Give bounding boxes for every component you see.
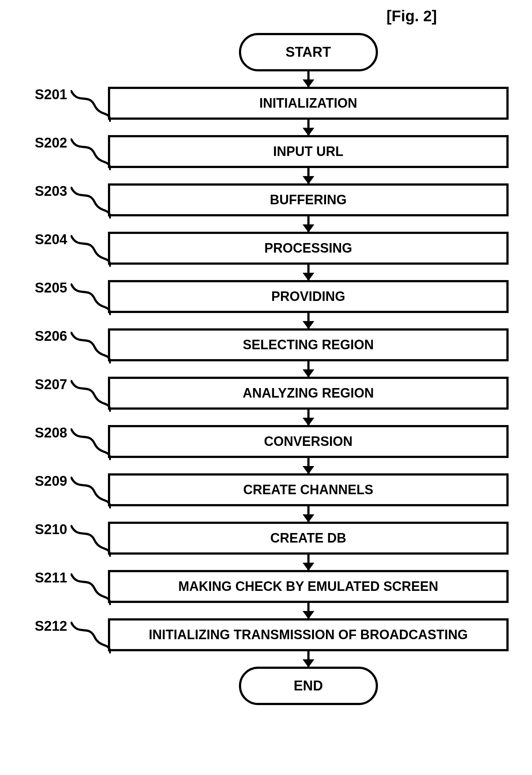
arrow-icon [307,410,310,425]
process-row: S205 PROVIDING [35,280,510,313]
arrow-container [108,603,509,618]
process-row: S209 CREATE CHANNELS [35,473,510,506]
step-id-label: S203 [35,183,108,199]
step-id-label: S208 [35,425,108,441]
step-label-container: S205 [35,280,108,296]
arrow-container [108,313,509,328]
step-label-container: S203 [35,183,108,199]
end-terminator: END [239,667,378,705]
step-id-label: S209 [35,473,108,489]
arrow-container [108,216,509,232]
step-id-label: S205 [35,280,108,296]
process-box: INITIALIZATION [108,87,509,120]
process-row: S207 ANALYZING REGION [35,377,510,410]
process-row: S201 INITIALIZATION [35,87,510,120]
arrow-icon [307,651,310,667]
step-label-container: S210 [35,522,108,537]
process-row: S203 BUFFERING [35,183,510,216]
arrow-icon [307,313,310,328]
process-text: MAKING CHECK BY EMULATED SCREEN [178,579,438,594]
process-text: INITIALIZING TRANSMISSION OF BROADCASTIN… [149,627,468,642]
arrow-icon [307,168,310,183]
arrow-icon [307,361,310,377]
process-box: MAKING CHECK BY EMULATED SCREEN [108,570,509,603]
arrow-icon [307,265,310,280]
process-row: S212 INITIALIZING TRANSMISSION OF BROADC… [35,618,510,651]
process-box: CREATE DB [108,522,509,555]
arrow-container [108,361,509,377]
step-label-container: S208 [35,425,108,441]
arrow-icon [307,71,310,87]
start-label: START [286,44,331,60]
process-box: INPUT URL [108,135,509,168]
arrow-container [108,410,509,425]
arrow-container [108,265,509,280]
step-label-container: S212 [35,618,108,634]
process-box: CREATE CHANNELS [108,473,509,506]
step-label-container: S211 [35,570,108,586]
process-box: BUFFERING [108,183,509,216]
step-id-label: S211 [35,570,108,586]
process-box: ANALYZING REGION [108,377,509,410]
flowchart: START S201 INITIALIZATIONS202 INPUT URLS… [35,33,510,705]
process-text: BUFFERING [270,192,347,208]
step-id-label: S210 [35,522,108,537]
start-terminator: START [239,33,378,71]
arrow-icon [307,120,310,135]
process-text: SELECTING REGION [243,337,374,353]
arrow-container [108,120,509,135]
process-text: CREATE DB [270,530,346,546]
process-text: CONVERSION [264,434,352,449]
process-text: PROCESSING [264,241,352,256]
step-id-label: S204 [35,232,108,247]
process-box: INITIALIZING TRANSMISSION OF BROADCASTIN… [108,618,509,651]
process-row: S211 MAKING CHECK BY EMULATED SCREEN [35,570,510,603]
step-id-label: S212 [35,618,108,634]
step-label-container: S204 [35,232,108,247]
process-row: S204 PROCESSING [35,232,510,265]
arrow-container [108,651,509,667]
arrow-container [108,168,509,183]
process-text: INPUT URL [273,144,344,159]
step-label-container: S202 [35,135,108,151]
step-label-container: S206 [35,328,108,344]
process-box: SELECTING REGION [108,328,509,361]
arrow-icon [307,506,310,522]
step-label-container: S209 [35,473,108,489]
arrow-container [108,506,509,522]
step-id-label: S201 [35,87,108,103]
process-text: INITIALIZATION [259,96,357,111]
arrow-icon [307,458,310,473]
arrow-container [108,555,509,570]
step-id-label: S202 [35,135,108,151]
arrow-container [108,458,509,473]
process-text: ANALYZING REGION [243,385,374,401]
arrow-icon [307,555,310,570]
process-text: PROVIDING [271,289,345,304]
process-box: PROVIDING [108,280,509,313]
process-row: S206 SELECTING REGION [35,328,510,361]
process-row: S210 CREATE DB [35,522,510,555]
step-id-label: S207 [35,377,108,392]
process-box: PROCESSING [108,232,509,265]
step-label-container: S207 [35,377,108,392]
process-text: CREATE CHANNELS [243,482,373,498]
process-row: S202 INPUT URL [35,135,510,168]
process-box: CONVERSION [108,425,509,458]
process-row: S208 CONVERSION [35,425,510,458]
arrow-icon [307,216,310,232]
end-label: END [293,678,323,694]
step-label-container: S201 [35,87,108,103]
arrow-icon [307,603,310,618]
step-id-label: S206 [35,328,108,344]
figure-label: [Fig. 2] [386,7,437,25]
